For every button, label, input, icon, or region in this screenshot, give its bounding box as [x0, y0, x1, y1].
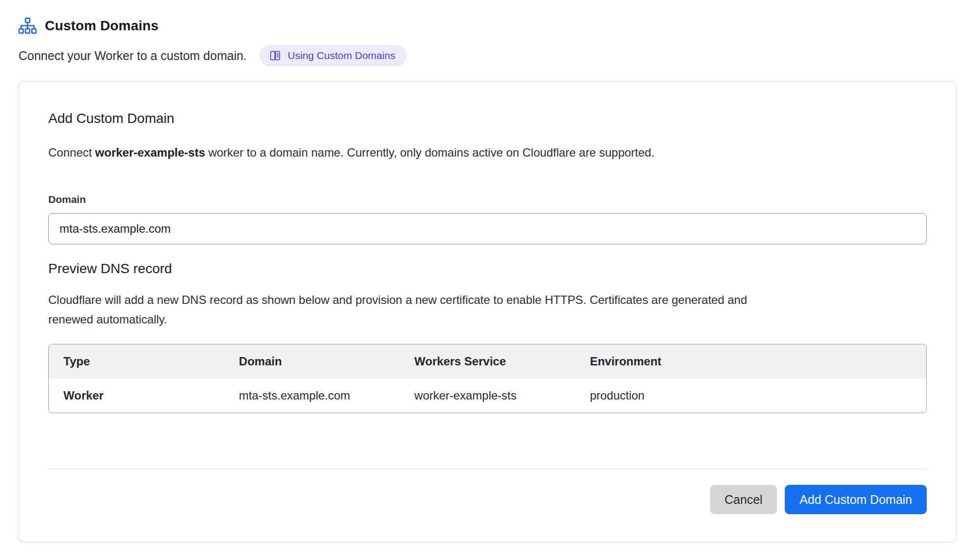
intro-text: Connect worker-example-sts worker to a d…	[48, 146, 927, 160]
docs-link-badge[interactable]: Using Custom Domains	[259, 45, 407, 66]
cell-environment: production	[575, 379, 926, 413]
footer-actions: Cancel Add Custom Domain	[48, 485, 927, 514]
footer-divider	[48, 469, 927, 469]
cell-type: Worker	[49, 379, 224, 413]
sitemap-icon	[19, 18, 37, 34]
open-book-icon	[269, 49, 281, 62]
column-header-workers-service: Workers Service	[400, 344, 576, 379]
page-header: Custom Domains	[0, 0, 975, 34]
page-subtitle-row: Connect your Worker to a custom domain. …	[0, 34, 975, 66]
domain-field-label: Domain	[48, 194, 927, 205]
cancel-button[interactable]: Cancel	[710, 485, 777, 514]
intro-suffix: worker to a domain name. Currently, only…	[205, 146, 655, 159]
column-header-environment: Environment	[575, 344, 926, 379]
page-title: Custom Domains	[45, 18, 159, 34]
worker-name: worker-example-sts	[95, 146, 205, 159]
cell-workers-service: worker-example-sts	[400, 379, 576, 413]
add-custom-domain-card: Add Custom Domain Connect worker-example…	[19, 81, 956, 542]
preview-dns-heading: Preview DNS record	[48, 261, 927, 277]
column-header-domain: Domain	[224, 344, 400, 379]
preview-dns-description: Cloudflare will add a new DNS record as …	[48, 290, 770, 329]
domain-input[interactable]	[48, 213, 927, 244]
intro-prefix: Connect	[48, 146, 95, 159]
table-row: Worker mta-sts.example.com worker-exampl…	[49, 379, 926, 413]
docs-link-label: Using Custom Domains	[288, 50, 396, 61]
table-header-row: Type Domain Workers Service Environment	[49, 344, 926, 379]
column-header-type: Type	[49, 344, 224, 379]
add-domain-heading: Add Custom Domain	[48, 111, 927, 126]
cell-domain: mta-sts.example.com	[224, 379, 400, 413]
page-subtitle: Connect your Worker to a custom domain.	[19, 49, 247, 63]
dns-preview-table: Type Domain Workers Service Environment …	[48, 344, 927, 413]
add-custom-domain-button[interactable]: Add Custom Domain	[785, 485, 927, 514]
